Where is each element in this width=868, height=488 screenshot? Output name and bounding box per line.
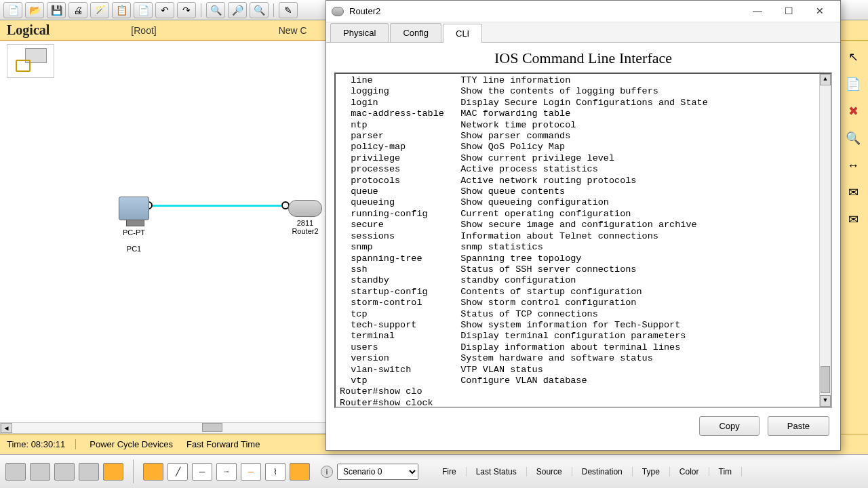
config-tabs: Physical Config CLI: [326, 22, 840, 43]
tab-config[interactable]: Config: [390, 23, 441, 42]
col-destination: Destination: [572, 467, 633, 476]
cli-copy-button[interactable]: Copy: [699, 416, 759, 436]
resize-tool[interactable]: ↔: [844, 156, 863, 175]
device-palette: ╱ ─ ┈ ─ ⌇ i Scenario 0 Fire Last Status …: [0, 454, 868, 488]
palette-fiber-cable-icon[interactable]: ─: [241, 463, 261, 481]
palette-separator: [133, 460, 134, 483]
pc-type-label: PC-PT: [115, 228, 153, 237]
cli-paste-button[interactable]: Paste: [768, 416, 829, 436]
complex-pdu-tool[interactable]: ✉: [844, 210, 863, 229]
palette-console-cable-icon[interactable]: ╱: [167, 463, 188, 481]
pdu-list-header: Fire Last Status Source Destination Type…: [433, 467, 742, 476]
scenario-select[interactable]: Scenario 0: [337, 464, 418, 480]
scroll-left-button[interactable]: ◄: [1, 423, 12, 433]
palette-auto-connect-icon[interactable]: [143, 463, 163, 481]
copy-button[interactable]: 📋: [112, 2, 131, 18]
ethernet-link[interactable]: [146, 205, 288, 207]
palette-wireless-icon[interactable]: [79, 463, 99, 481]
router-config-window: Router2 — ☐ ✕ Physical Config CLI IOS Co…: [326, 0, 841, 451]
close-button[interactable]: ✕: [805, 2, 835, 21]
logical-view-label[interactable]: Logical: [7, 22, 50, 38]
col-type: Type: [633, 467, 670, 476]
router-icon: [288, 200, 322, 217]
router-model-label: 2811: [285, 219, 326, 227]
right-toolbar: ↖ 📄 ✖ 🔍 ↔ ✉ ✉: [837, 41, 868, 434]
palette-straight-cable-icon[interactable]: ─: [192, 463, 212, 481]
palette-connections-icon[interactable]: [103, 463, 123, 481]
palette-switch-icon[interactable]: [30, 463, 50, 481]
paste-button[interactable]: 📄: [134, 2, 153, 18]
draw-button[interactable]: ✎: [279, 2, 298, 18]
col-time: Tim: [709, 467, 743, 476]
cli-terminal[interactable]: line TTY line information logging Show t…: [334, 73, 832, 408]
save-button[interactable]: 💾: [47, 2, 66, 18]
fast-forward-button[interactable]: Fast Forward Time: [186, 439, 260, 449]
palette-phone-cable-icon[interactable]: ⌇: [265, 463, 285, 481]
cli-scroll-up[interactable]: ▲: [820, 74, 831, 85]
delete-tool[interactable]: ✖: [844, 102, 863, 121]
col-color: Color: [670, 467, 709, 476]
new-file-button[interactable]: 📄: [3, 2, 22, 18]
router-hostname-label: Router2: [285, 227, 326, 235]
window-router-icon: [332, 7, 344, 16]
scenario-info-icon[interactable]: i: [321, 466, 333, 478]
new-cluster-label[interactable]: New C: [279, 25, 307, 36]
tab-physical[interactable]: Physical: [330, 23, 389, 42]
wizard-button[interactable]: 🪄: [90, 2, 109, 18]
col-fire: Fire: [433, 467, 467, 476]
cli-output[interactable]: line TTY line information logging Show t…: [336, 74, 831, 408]
open-file-button[interactable]: 📂: [25, 2, 44, 18]
zoom-out-button[interactable]: 🔍: [250, 2, 269, 18]
router-device[interactable]: 2811 Router2: [285, 200, 326, 235]
zoom-in-button[interactable]: 🔍: [206, 2, 225, 18]
simple-pdu-tool[interactable]: ✉: [844, 183, 863, 202]
cli-scrollbar[interactable]: ▲ ▼: [819, 74, 831, 407]
pc-icon: [119, 197, 149, 220]
select-tool[interactable]: ↖: [844, 47, 863, 66]
palette-router-icon[interactable]: [5, 463, 26, 481]
col-last-status: Last Status: [467, 467, 527, 476]
col-source: Source: [527, 467, 572, 476]
redo-button[interactable]: ↷: [177, 2, 196, 18]
undo-button[interactable]: ↶: [155, 2, 174, 18]
inspect-tool[interactable]: 🔍: [844, 129, 863, 148]
maximize-button[interactable]: ☐: [774, 2, 804, 21]
cli-heading: IOS Command Line Interface: [326, 49, 840, 67]
zoom-reset-button[interactable]: 🔎: [228, 2, 247, 18]
window-titlebar[interactable]: Router2 — ☐ ✕: [326, 1, 840, 22]
pc-hostname-label: PC1: [115, 245, 153, 253]
toolbar-separator: [273, 3, 274, 17]
sim-time-label: Time: 08:30:11: [7, 439, 76, 449]
pc-device[interactable]: PC-PT PC1: [115, 197, 153, 253]
print-button[interactable]: 🖨: [68, 2, 87, 18]
toolbar-separator: [201, 3, 201, 17]
logical-nav-icon[interactable]: [7, 44, 54, 78]
place-note-tool[interactable]: 📄: [844, 75, 863, 94]
tab-cli[interactable]: CLI: [443, 24, 482, 43]
root-breadcrumb[interactable]: [Root]: [131, 25, 156, 36]
cli-scroll-thumb[interactable]: [821, 366, 830, 393]
palette-cross-cable-icon[interactable]: ┈: [216, 463, 237, 481]
minimize-button[interactable]: —: [743, 2, 772, 21]
cli-scroll-down[interactable]: ▼: [820, 395, 831, 407]
scroll-thumb[interactable]: [202, 423, 222, 432]
palette-hub-icon[interactable]: [54, 463, 75, 481]
power-cycle-button[interactable]: Power Cycle Devices: [90, 439, 173, 449]
palette-coax-cable-icon[interactable]: [290, 463, 310, 481]
window-title: Router2: [349, 6, 743, 16]
